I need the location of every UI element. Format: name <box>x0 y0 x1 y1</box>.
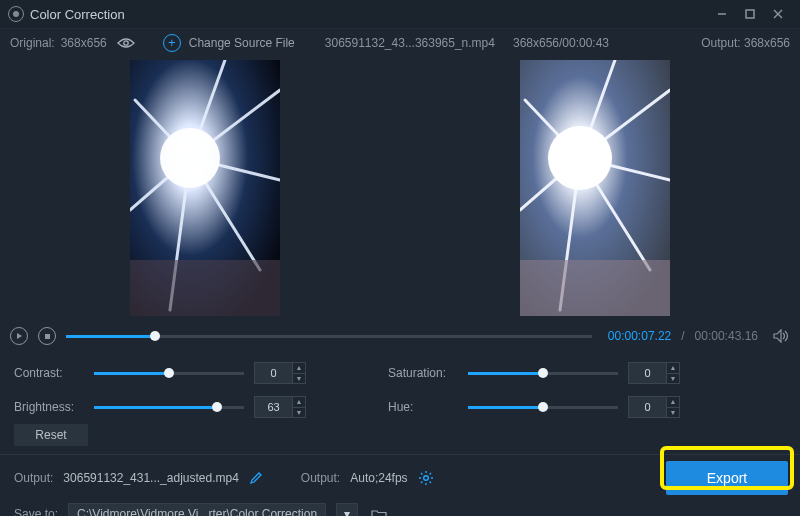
hue-down[interactable]: ▼ <box>667 408 679 418</box>
original-label: Original: <box>10 36 55 50</box>
time-current: 00:00:07.22 <box>608 329 671 343</box>
output-format-label: Output: <box>301 471 340 485</box>
info-bar: Original: 368x656 + Change Source File 3… <box>0 28 800 56</box>
brightness-down[interactable]: ▼ <box>293 408 305 418</box>
brightness-up[interactable]: ▲ <box>293 397 305 408</box>
save-to-label: Save to: <box>14 507 58 516</box>
saturation-down[interactable]: ▼ <box>667 374 679 384</box>
original-dim: 368x656 <box>61 36 107 50</box>
plus-icon: + <box>163 34 181 52</box>
contrast-down[interactable]: ▼ <box>293 374 305 384</box>
timeline-scrubber[interactable] <box>66 329 592 343</box>
svg-rect-14 <box>130 260 280 316</box>
saturation-label: Saturation: <box>388 366 458 380</box>
saturation-spinbox[interactable]: ▲▼ <box>628 362 692 384</box>
preview-toggle-icon[interactable] <box>115 37 137 49</box>
contrast-up[interactable]: ▲ <box>293 363 305 374</box>
contrast-label: Contrast: <box>14 366 84 380</box>
preview-output <box>520 60 670 316</box>
volume-icon[interactable] <box>772 329 790 343</box>
save-path-field[interactable]: C:\Vidmore\Vidmore Vi...rter\Color Corre… <box>68 503 326 516</box>
source-meta: 368x656/00:00:43 <box>513 36 609 50</box>
contrast-input[interactable] <box>254 362 292 384</box>
minimize-button[interactable] <box>708 4 736 24</box>
svg-point-13 <box>160 128 220 188</box>
output-filename: 306591132_431..._adjusted.mp4 <box>63 471 238 485</box>
hue-label: Hue: <box>388 400 458 414</box>
brightness-spinbox[interactable]: ▲▼ <box>254 396 318 418</box>
preview-original <box>130 60 280 316</box>
color-controls: Contrast: ▲▼ Saturation: ▲▼ Brightness: … <box>0 350 800 424</box>
app-logo-icon <box>8 6 24 22</box>
svg-rect-1 <box>746 10 754 18</box>
play-button[interactable] <box>10 327 28 345</box>
output-format-value: Auto;24fps <box>350 471 407 485</box>
svg-point-23 <box>548 126 612 190</box>
saturation-up[interactable]: ▲ <box>667 363 679 374</box>
saturation-input[interactable] <box>628 362 666 384</box>
contrast-spinbox[interactable]: ▲▼ <box>254 362 318 384</box>
change-source-label: Change Source File <box>189 36 295 50</box>
stop-button[interactable] <box>38 327 56 345</box>
save-path-dropdown[interactable]: ▾ <box>336 503 358 516</box>
brightness-slider[interactable] <box>94 401 244 413</box>
change-source-button[interactable]: + Change Source File <box>163 34 295 52</box>
brightness-label: Brightness: <box>14 400 84 414</box>
svg-line-30 <box>421 473 422 474</box>
svg-line-33 <box>429 473 430 474</box>
output-file-label: Output: <box>14 471 53 485</box>
open-folder-icon[interactable] <box>368 503 390 516</box>
rename-icon[interactable] <box>249 471 263 485</box>
window-title: Color Correction <box>30 7 125 22</box>
output-label: Output: 368x656 <box>701 36 790 50</box>
close-button[interactable] <box>764 4 792 24</box>
app-root: Color Correction Original: 368x656 + Cha… <box>0 0 800 516</box>
output-settings-icon[interactable] <box>418 470 434 486</box>
hue-slider[interactable] <box>468 401 618 413</box>
svg-line-32 <box>421 482 422 483</box>
svg-point-4 <box>124 40 128 44</box>
svg-rect-24 <box>520 260 670 316</box>
transport-bar: 00:00:07.22/00:00:43.16 <box>0 322 800 350</box>
saturation-slider[interactable] <box>468 367 618 379</box>
footer: Output: 306591132_431..._adjusted.mp4 Ou… <box>0 454 800 516</box>
hue-spinbox[interactable]: ▲▼ <box>628 396 692 418</box>
maximize-button[interactable] <box>736 4 764 24</box>
contrast-slider[interactable] <box>94 367 244 379</box>
hue-input[interactable] <box>628 396 666 418</box>
svg-point-25 <box>423 476 428 481</box>
export-button[interactable]: Export <box>666 461 788 495</box>
reset-button[interactable]: Reset <box>14 424 88 446</box>
brightness-input[interactable] <box>254 396 292 418</box>
preview-area <box>0 56 800 322</box>
hue-up[interactable]: ▲ <box>667 397 679 408</box>
source-filename: 306591132_43...363965_n.mp4 <box>325 36 495 50</box>
time-total: 00:00:43.16 <box>695 329 758 343</box>
titlebar: Color Correction <box>0 0 800 28</box>
svg-line-31 <box>429 482 430 483</box>
